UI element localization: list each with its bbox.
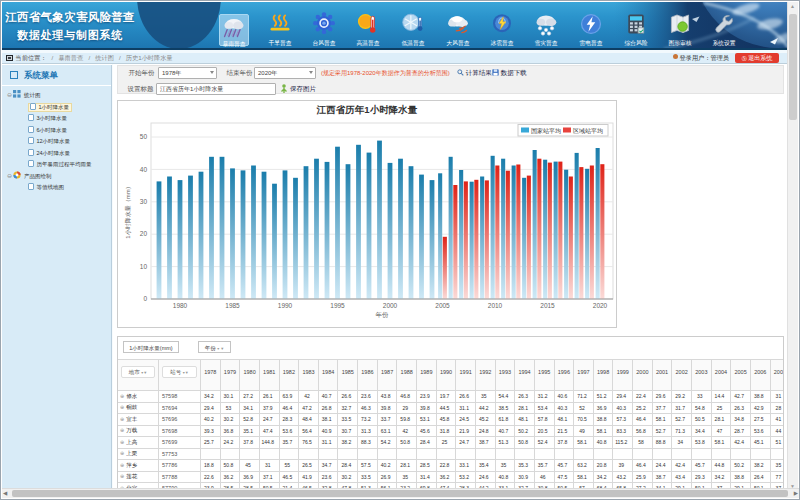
svg-text:0: 0 [143, 295, 147, 302]
svg-text:2015: 2015 [540, 302, 555, 309]
svg-text:2000: 2000 [383, 302, 398, 309]
svg-text:20: 20 [140, 230, 148, 237]
svg-text:50: 50 [140, 133, 148, 140]
svg-text:江西省历年1小时降水量: 江西省历年1小时降水量 [316, 104, 418, 115]
svg-text:1995: 1995 [330, 302, 345, 309]
svg-text:2005: 2005 [435, 302, 450, 309]
svg-text:1小时降水量（mm）: 1小时降水量（mm） [124, 183, 132, 238]
svg-text:1990: 1990 [278, 302, 293, 309]
svg-text:1985: 1985 [225, 302, 240, 309]
svg-text:10: 10 [140, 263, 148, 270]
svg-text:2010: 2010 [488, 302, 503, 309]
svg-text:2020: 2020 [593, 302, 608, 309]
svg-text:30: 30 [140, 198, 148, 205]
svg-text:国家站平均: 国家站平均 [531, 127, 561, 135]
svg-text:年份: 年份 [376, 311, 390, 319]
svg-text:40: 40 [140, 166, 148, 173]
svg-text:区域站平均: 区域站平均 [573, 127, 603, 135]
svg-text:1980: 1980 [173, 302, 188, 309]
